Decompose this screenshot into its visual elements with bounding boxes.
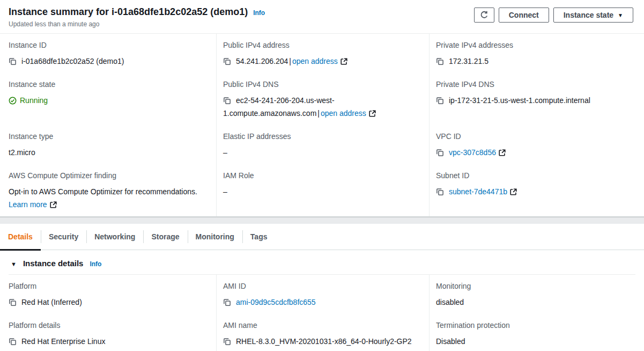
summary-info-link[interactable]: Info bbox=[253, 9, 265, 17]
field-label: Public IPv4 DNS bbox=[223, 79, 419, 90]
copy-icon[interactable] bbox=[436, 57, 444, 65]
details-grid: Platform Red Hat (Inferred) AMI ID ami-0… bbox=[0, 275, 644, 351]
field-public-ipv4: Public IPv4 address 54.241.206.204|open … bbox=[216, 34, 429, 73]
page-title: Instance summary for i-01a68dfe1b2c02a52… bbox=[9, 6, 248, 18]
field-private-ipv4: Private IPv4 addresses 172.31.21.5 bbox=[429, 34, 644, 73]
copy-icon[interactable] bbox=[436, 97, 444, 105]
field-value: 54.241.206.204 bbox=[236, 57, 288, 65]
copy-icon[interactable] bbox=[223, 298, 231, 306]
separator: | bbox=[288, 57, 292, 65]
field-label: Instance ID bbox=[9, 40, 206, 50]
field-platform: Platform Red Hat (Inferred) bbox=[0, 275, 216, 314]
field-value: 172.31.21.5 bbox=[449, 57, 488, 65]
copy-icon[interactable] bbox=[436, 188, 444, 196]
external-link-icon[interactable] bbox=[510, 188, 517, 195]
copy-icon[interactable] bbox=[436, 149, 444, 157]
field-termination-protection: Termination protection Disabled bbox=[429, 314, 644, 351]
external-link-icon[interactable] bbox=[369, 110, 376, 117]
field-value: – bbox=[223, 185, 419, 198]
instance-details-header[interactable]: ▼ Instance details Info bbox=[0, 259, 644, 274]
chevron-down-icon: ▼ bbox=[618, 12, 623, 18]
subnet-link[interactable]: subnet-7de4471b bbox=[449, 187, 507, 196]
tab-tags[interactable]: Tags bbox=[242, 224, 276, 250]
field-value: t2.micro bbox=[9, 148, 35, 157]
field-label: Platform details bbox=[9, 320, 206, 331]
external-link-icon[interactable] bbox=[340, 58, 347, 65]
field-label: Public IPv4 address bbox=[223, 40, 419, 50]
tab-monitoring[interactable]: Monitoring bbox=[188, 224, 242, 250]
status-badge: Running bbox=[20, 96, 48, 105]
details-info-link[interactable]: Info bbox=[90, 260, 101, 268]
ami-link[interactable]: ami-09d9c5cdcfb8fc655 bbox=[236, 298, 316, 306]
updated-timestamp: Updated less than a minute ago bbox=[9, 20, 265, 28]
field-value: Red Hat Enterprise Linux bbox=[21, 337, 105, 346]
field-label: Private IPv4 DNS bbox=[436, 79, 634, 90]
field-label: Monitoring bbox=[436, 281, 634, 291]
field-label: Platform bbox=[9, 281, 206, 291]
field-label: Subnet ID bbox=[436, 170, 634, 181]
instance-summary-card: Instance summary for i-01a68dfe1b2c02a52… bbox=[0, 0, 644, 217]
connect-button[interactable]: Connect bbox=[499, 8, 549, 23]
field-value: Disabled bbox=[436, 335, 634, 348]
separator: | bbox=[316, 109, 321, 118]
field-label: Private IPv4 addresses bbox=[436, 40, 634, 50]
field-subnet-id: Subnet ID subnet-7de4471b bbox=[429, 164, 644, 216]
field-label: IAM Role bbox=[223, 170, 419, 181]
tab-bar: Details Security Networking Storage Moni… bbox=[0, 224, 644, 250]
copy-icon[interactable] bbox=[223, 57, 231, 65]
copy-icon[interactable] bbox=[9, 298, 17, 306]
copy-icon[interactable] bbox=[9, 338, 17, 346]
field-value: RHEL-8.3.0_HVM-20201031-x86_64-0-Hourly2… bbox=[236, 337, 412, 346]
summary-header: Instance summary for i-01a68dfe1b2c02a52… bbox=[0, 0, 644, 33]
copy-icon[interactable] bbox=[223, 97, 231, 105]
external-link-icon[interactable] bbox=[50, 201, 57, 208]
collapse-caret-icon: ▼ bbox=[11, 261, 17, 267]
field-value: ip-172-31-21-5.us-west-1.compute.interna… bbox=[449, 96, 590, 105]
field-value: i-01a68dfe1b2c02a52 (demo1) bbox=[21, 57, 124, 65]
field-elastic-ip: Elastic IP addresses – bbox=[216, 125, 429, 164]
summary-grid: Instance ID i-01a68dfe1b2c02a52 (demo1) … bbox=[0, 34, 644, 216]
open-address-link[interactable]: open address bbox=[321, 109, 366, 118]
connect-button-label: Connect bbox=[509, 11, 539, 19]
tab-networking[interactable]: Networking bbox=[86, 224, 143, 250]
field-value: – bbox=[223, 146, 419, 159]
field-instance-id: Instance ID i-01a68dfe1b2c02a52 (demo1) bbox=[0, 34, 216, 73]
field-private-dns: Private IPv4 DNS ip-172-31-21-5.us-west-… bbox=[429, 73, 644, 125]
tab-security[interactable]: Security bbox=[41, 224, 86, 250]
field-platform-details: Platform details Red Hat Enterprise Linu… bbox=[0, 314, 216, 351]
field-value: Red Hat (Inferred) bbox=[21, 298, 82, 306]
field-iam-role: IAM Role – bbox=[216, 164, 429, 216]
section-title: Instance details bbox=[23, 259, 84, 268]
tab-details[interactable]: Details bbox=[0, 224, 41, 250]
field-ami-name: AMI name RHEL-8.3.0_HVM-20201031-x86_64-… bbox=[216, 314, 429, 351]
details-card: Details Security Networking Storage Moni… bbox=[0, 224, 644, 351]
field-compute-optimizer: AWS Compute Optimizer finding Opt-in to … bbox=[0, 164, 216, 216]
instance-state-button-label: Instance state bbox=[564, 11, 613, 19]
field-public-dns: Public IPv4 DNS ec2-54-241-206-204.us-we… bbox=[216, 73, 429, 125]
refresh-icon bbox=[480, 11, 488, 19]
instance-state-button[interactable]: Instance state▼ bbox=[553, 8, 633, 23]
field-label: AMI name bbox=[223, 320, 419, 331]
field-label: Instance type bbox=[9, 131, 206, 142]
running-status-icon bbox=[9, 97, 17, 105]
field-monitoring: Monitoring disabled bbox=[429, 275, 644, 314]
field-value: Opt-in to AWS Compute Optimizer for reco… bbox=[9, 187, 197, 196]
vpc-link[interactable]: vpc-307c8d56 bbox=[449, 148, 496, 157]
external-link-icon[interactable] bbox=[499, 149, 506, 156]
field-label: AWS Compute Optimizer finding bbox=[9, 170, 206, 181]
field-instance-type: Instance type t2.micro bbox=[0, 125, 216, 164]
field-label: AMI ID bbox=[223, 281, 419, 291]
refresh-button[interactable] bbox=[474, 8, 494, 23]
field-label: Termination protection bbox=[436, 320, 634, 331]
field-vpc-id: VPC ID vpc-307c8d56 bbox=[429, 125, 644, 164]
field-ami-id: AMI ID ami-09d9c5cdcfb8fc655 bbox=[216, 275, 429, 314]
copy-icon[interactable] bbox=[9, 57, 17, 65]
field-label: Instance state bbox=[9, 79, 206, 90]
copy-icon[interactable] bbox=[223, 338, 231, 346]
open-address-link[interactable]: open address bbox=[292, 57, 338, 65]
field-label: VPC ID bbox=[436, 131, 634, 142]
field-label: Elastic IP addresses bbox=[223, 131, 419, 142]
learn-more-link[interactable]: Learn more bbox=[9, 200, 47, 209]
tab-storage[interactable]: Storage bbox=[143, 224, 187, 250]
field-value: disabled bbox=[436, 296, 634, 309]
